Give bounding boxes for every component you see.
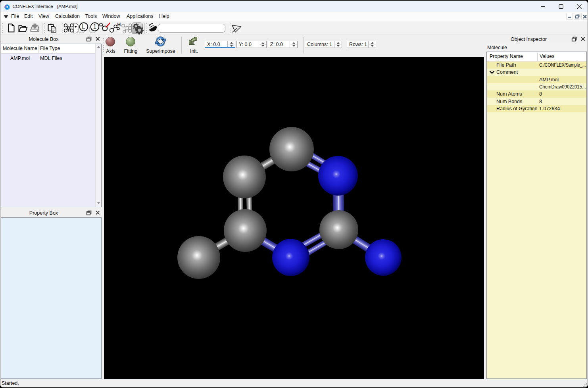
svg-text:L: L (82, 23, 86, 30)
svg-text:1: 1 (93, 23, 97, 30)
svg-text:H: H (117, 22, 121, 27)
